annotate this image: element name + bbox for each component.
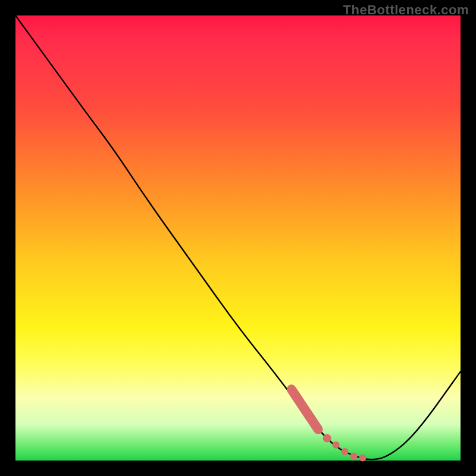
highlight-dot: [314, 425, 322, 434]
highlight-dot: [323, 434, 331, 443]
highlight-dots-group: [292, 389, 367, 461]
highlight-dot: [342, 448, 349, 455]
bottleneck-curve: [15, 15, 461, 459]
chart-frame: TheBottleneck.com: [0, 0, 476, 476]
highlight-dot: [333, 441, 340, 449]
plot-area: [15, 15, 461, 461]
highlight-dot: [359, 455, 366, 462]
chart-svg: [15, 15, 461, 461]
highlight-dot: [350, 453, 358, 460]
highlight-thick-segment: [292, 389, 318, 429]
